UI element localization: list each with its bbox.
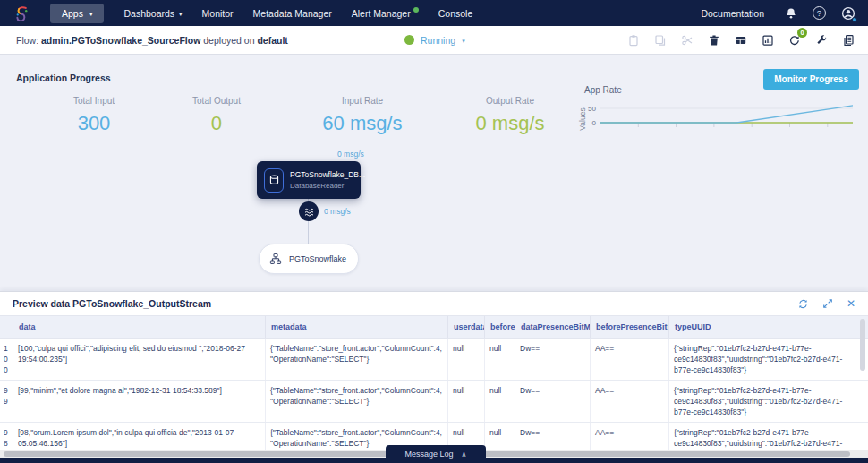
cell-dataPresenceBitMap: Dw== xyxy=(515,423,590,451)
cell-dataPresenceBitMap: Dw== xyxy=(515,339,590,380)
cell-before: null xyxy=(484,381,515,422)
cell-before: null xyxy=(484,423,515,451)
notifications-bell-icon[interactable] xyxy=(785,7,797,20)
refresh-icon[interactable] xyxy=(797,298,809,310)
deploy-target: default xyxy=(257,35,287,46)
nav-alert-manager[interactable]: Alert Manager xyxy=(352,8,419,19)
stream-waves-icon xyxy=(303,207,315,217)
message-log-label: Message Log xyxy=(405,450,454,459)
stream-node[interactable] xyxy=(299,201,319,221)
cell-userdata: null xyxy=(447,381,484,422)
top-nav: Apps ▾ Dashboards ▾ Monitor Metadata Man… xyxy=(0,0,868,26)
alert-status-dot xyxy=(413,7,419,13)
board-view-icon[interactable] xyxy=(731,30,750,49)
flow-canvas: Application Progress Monitor Progress To… xyxy=(0,55,868,291)
column-header-userdata: userdata xyxy=(447,316,484,338)
cell-typeUUID: {"stringRep":"01eb7fc2-b27d-e471-b77e-ce… xyxy=(668,423,852,451)
source-node-title: PGToSnowflake_DB... xyxy=(290,170,365,179)
flow-hierarchy-icon xyxy=(269,253,282,265)
column-header-dataPresenceBitMap: dataPresenceBitMap xyxy=(515,316,590,338)
cell-beforePresenceBitMap: AA== xyxy=(590,381,668,422)
changes-count-badge: 0 xyxy=(797,28,807,38)
metric-input-rate: Input Rate 60 msg/s xyxy=(322,96,402,135)
nav-console[interactable]: Console xyxy=(438,8,473,19)
target-node-label: PGToSnowflake xyxy=(289,254,346,263)
flow-breadcrumb: Flow: admin.PGToSnowflake_SourceFlow dep… xyxy=(16,35,288,46)
help-icon[interactable]: ? xyxy=(813,6,826,20)
stream-rate-label: 0 msg/s xyxy=(324,207,351,216)
close-icon[interactable]: ✕ xyxy=(847,297,855,310)
nav-monitor[interactable]: Monitor xyxy=(202,8,234,19)
user-account-icon[interactable] xyxy=(841,6,855,21)
cell-beforePresenceBitMap: AA== xyxy=(590,423,668,451)
chevron-up-icon: ∧ xyxy=(462,450,467,459)
metric-total-input: Total Input 300 xyxy=(73,96,115,135)
message-log-tab[interactable]: Message Log ∧ xyxy=(386,445,486,463)
flow-toolbar: Flow: admin.PGToSnowflake_SourceFlow dep… xyxy=(0,26,868,55)
source-node[interactable]: PGToSnowflake_DB... DatabaseReader xyxy=(257,161,361,199)
database-icon xyxy=(264,168,284,193)
column-header-row-number xyxy=(0,316,13,338)
app-status-dropdown[interactable]: Running ▾ xyxy=(404,35,465,46)
preview-panel: Preview data PGToSnowflake_OutputStream … xyxy=(0,291,868,450)
expand-icon[interactable] xyxy=(822,298,833,309)
nav-metadata-manager[interactable]: Metadata Manager xyxy=(253,8,332,19)
chart-view-icon[interactable] xyxy=(758,30,777,49)
flow-name: admin.PGToSnowflake_SourceFlow xyxy=(41,35,200,46)
source-node-type: DatabaseReader xyxy=(290,182,365,190)
report-docs-icon[interactable] xyxy=(838,30,857,49)
nav-apps-label: Apps xyxy=(62,8,83,19)
metric-output-rate: Output Rate 0 msg/s xyxy=(475,96,544,135)
vertical-scrollbar-thumb[interactable] xyxy=(860,319,865,371)
source-rate-label: 0 msg/s xyxy=(337,150,364,159)
redeploy-sync-icon[interactable]: 0 xyxy=(785,30,804,49)
cut-icon[interactable] xyxy=(677,30,696,49)
delete-trash-icon[interactable] xyxy=(704,30,723,49)
preview-table-body: 100[100,"culpa qui offici","adipiscing e… xyxy=(0,339,868,451)
cell-typeUUID: {"stringRep":"01eb7fc2-b27d-e471-b77e-ce… xyxy=(668,339,852,380)
table-row[interactable]: 99[99,"minim","et dolore magna al","1982… xyxy=(0,381,868,423)
preview-table-header: datametadatauserdatabeforedataPresenceBi… xyxy=(0,315,868,339)
cell-metadata: {"TableName":"store_front.actor","Column… xyxy=(265,381,447,422)
user-notification-dot xyxy=(852,17,857,22)
cell-before: null xyxy=(484,339,515,380)
column-header-beforePresenceBitMap: beforePresenceBitMap xyxy=(590,316,668,338)
app-rate-chart: App Rate Values 500 xyxy=(577,85,860,138)
nav-dashboards[interactable]: Dashboards ▾ xyxy=(123,8,182,19)
cell-beforePresenceBitMap: AA== xyxy=(590,339,668,380)
svg-text:0: 0 xyxy=(592,119,597,127)
target-flow-node[interactable]: PGToSnowflake xyxy=(259,244,359,274)
column-header-data: data xyxy=(13,316,265,338)
metric-total-output: Total Output 0 xyxy=(192,96,241,135)
application-progress-title: Application Progress xyxy=(16,73,111,83)
cell-data: [98,"orum.Lorem ipsum dol","in culpa qui… xyxy=(13,423,265,451)
caret-down-icon: ▾ xyxy=(89,11,93,17)
table-row[interactable]: 100[100,"culpa qui offici","adipiscing e… xyxy=(0,339,868,381)
column-header-metadata: metadata xyxy=(265,316,447,338)
cell-row-number: 98 xyxy=(0,423,13,451)
app-rate-plot: 500 xyxy=(577,100,856,134)
settings-wrench-icon[interactable] xyxy=(812,30,830,49)
copy-icon[interactable] xyxy=(651,30,669,49)
column-header-before: before xyxy=(484,316,515,338)
cell-data: [99,"minim","et dolore magna al","1982-1… xyxy=(13,381,265,422)
nav-apps-button[interactable]: Apps ▾ xyxy=(50,4,104,23)
cell-typeUUID: {"stringRep":"01eb7fc2-b27d-e471-b77e-ce… xyxy=(668,381,852,422)
caret-down-icon: ▾ xyxy=(462,38,465,44)
svg-text:50: 50 xyxy=(588,105,596,113)
preview-title: Preview data PGToSnowflake_OutputStream xyxy=(13,298,211,309)
caret-down-icon: ▾ xyxy=(179,11,183,17)
status-label: Running xyxy=(421,35,455,46)
cell-dataPresenceBitMap: Dw== xyxy=(515,381,590,422)
chart-title: App Rate xyxy=(584,85,860,95)
running-status-dot xyxy=(404,35,414,45)
paste-icon[interactable] xyxy=(624,30,642,49)
cell-userdata: null xyxy=(447,339,484,380)
chart-y-axis-label: Values xyxy=(578,107,587,130)
striim-logo-icon[interactable] xyxy=(13,4,30,22)
column-header-typeUUID: typeUUID xyxy=(668,316,852,338)
cell-data: [100,"culpa qui offici","adipiscing elit… xyxy=(13,339,265,380)
cell-row-number: 100 xyxy=(0,339,13,380)
nav-documentation[interactable]: Documentation xyxy=(701,8,764,19)
cell-metadata: {"TableName":"store_front.actor","Column… xyxy=(265,339,447,380)
